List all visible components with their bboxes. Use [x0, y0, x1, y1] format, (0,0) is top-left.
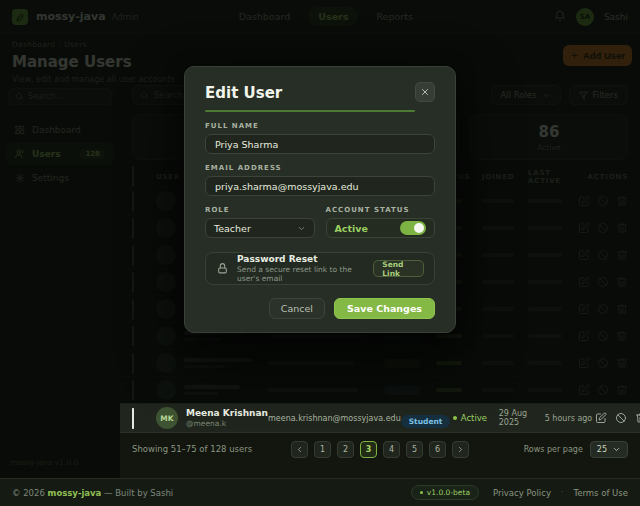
- row-status: Active: [453, 413, 499, 423]
- edit-user-modal: Edit User Full Name Email Address Role T…: [184, 66, 456, 333]
- toggle-knob: [414, 223, 424, 233]
- app-window: mossy-java Admin DashboardUsersReports S…: [0, 0, 640, 506]
- password-reset-description: Send a secure reset link to the user's e…: [237, 265, 365, 283]
- chevron-down-icon: [612, 445, 621, 454]
- password-reset-section: Password Reset Send a secure reset link …: [205, 252, 435, 285]
- title-divider: [205, 110, 415, 112]
- page-footer: © 2026 mossy-java — Built by Sashi v1.0.…: [0, 478, 640, 506]
- password-reset-title: Password Reset: [237, 254, 365, 266]
- page-button-4[interactable]: 4: [383, 441, 400, 458]
- next-page-button[interactable]: [452, 441, 469, 458]
- footer-link-privacy-policy[interactable]: Privacy Policy: [493, 488, 551, 498]
- footer-brand: mossy-java: [48, 488, 102, 498]
- page-button-2[interactable]: 2: [337, 441, 354, 458]
- table-row[interactable]: MK Meena Krishnan @meena.k meena.krishna…: [120, 404, 640, 433]
- page-button-1[interactable]: 1: [314, 441, 331, 458]
- full-name-input[interactable]: [205, 134, 435, 154]
- lock-icon: [216, 262, 229, 275]
- row-email: meena.krishnan@mossyjava.edu: [268, 414, 401, 423]
- version-dot-icon: [420, 491, 423, 494]
- email-label: Email Address: [205, 164, 435, 172]
- row-last-active: 5 hours ago: [545, 414, 595, 423]
- full-name-label: Full Name: [205, 122, 435, 130]
- rows-per-page-value: 25: [597, 445, 607, 454]
- email-input[interactable]: [205, 176, 435, 196]
- row-checkbox[interactable]: [132, 408, 134, 429]
- chevron-down-icon: [297, 224, 306, 233]
- version-badge: v1.0.0-beta: [411, 485, 479, 500]
- role-value: Teacher: [214, 223, 251, 234]
- send-link-button[interactable]: Send Link: [373, 260, 424, 277]
- row-avatar: MK: [156, 407, 178, 429]
- modal-backdrop-sidebar: [0, 403, 120, 478]
- row-user-name: Meena Krishnan: [186, 408, 268, 419]
- row-status-label: Active: [461, 413, 487, 423]
- rows-per-page-select[interactable]: 25: [590, 441, 628, 458]
- prev-page-button[interactable]: [291, 441, 308, 458]
- row-role-badge: Student: [401, 415, 451, 428]
- edit-icon[interactable]: [595, 412, 607, 424]
- footer-link-separator: ·: [561, 488, 564, 497]
- trash-icon[interactable]: [635, 412, 640, 424]
- pagination-summary: Showing 51–75 of 128 users: [132, 444, 282, 454]
- account-status-label: Account Status: [326, 206, 436, 214]
- close-icon[interactable]: [415, 82, 435, 102]
- row-joined-date: 29 Aug 2025: [499, 409, 545, 427]
- role-label: Role: [205, 206, 315, 214]
- page-button-3[interactable]: 3: [360, 441, 377, 458]
- row-user-handle: @meena.k: [186, 419, 268, 428]
- footer-link-terms-of-use[interactable]: Terms of Use: [573, 488, 628, 498]
- modal-title: Edit User: [205, 84, 282, 102]
- status-dot-icon: [453, 416, 457, 420]
- cancel-button[interactable]: Cancel: [269, 298, 325, 319]
- rows-per-page-label: Rows per page: [524, 445, 583, 454]
- status-toggle[interactable]: [400, 221, 426, 235]
- role-select[interactable]: Teacher: [205, 218, 315, 238]
- save-changes-button[interactable]: Save Changes: [334, 298, 435, 319]
- account-status-control: Active: [326, 218, 436, 238]
- page-button-6[interactable]: 6: [429, 441, 446, 458]
- copyright-text: © 2026 mossy-java — Built by Sashi: [12, 488, 173, 498]
- ban-icon[interactable]: [615, 412, 627, 424]
- pagination-bar: Showing 51–75 of 128 users 123456 Rows p…: [120, 436, 640, 462]
- page-button-5[interactable]: 5: [406, 441, 423, 458]
- account-status-value: Active: [335, 223, 368, 234]
